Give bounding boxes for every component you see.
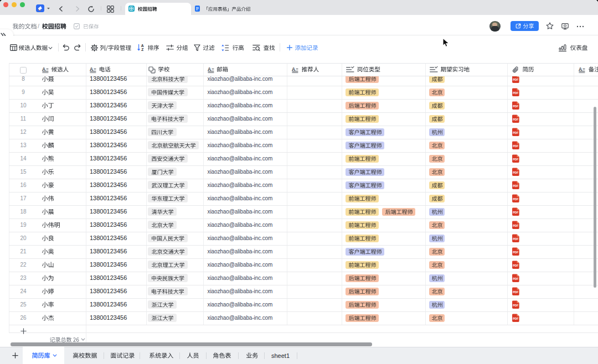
svg-text:Z: Z xyxy=(141,48,143,51)
svg-text:A: A xyxy=(141,44,143,48)
